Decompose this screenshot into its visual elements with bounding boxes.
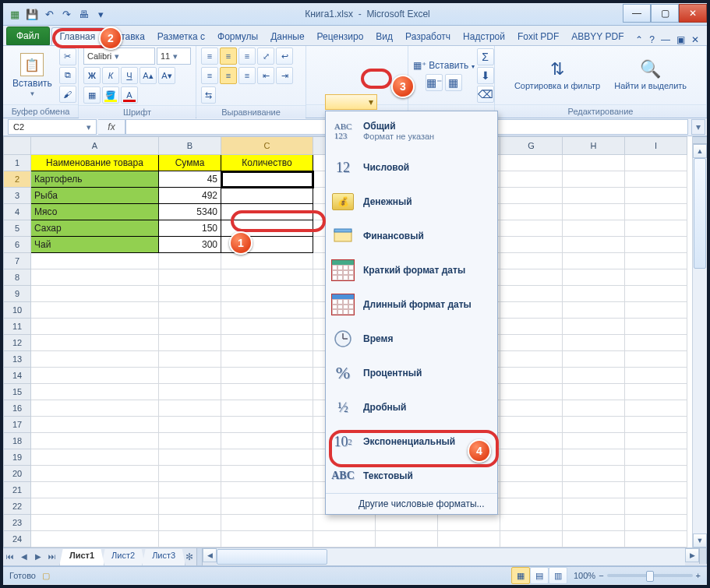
font-size-combo[interactable]: 11▾ bbox=[157, 48, 191, 65]
cell[interactable] bbox=[159, 368, 221, 384]
row-header[interactable]: 14 bbox=[4, 368, 31, 384]
cell[interactable] bbox=[159, 449, 221, 466]
row-header[interactable]: 15 bbox=[4, 384, 31, 400]
cell[interactable] bbox=[625, 417, 687, 433]
row-header[interactable]: 12 bbox=[4, 335, 31, 351]
column-header[interactable]: I bbox=[625, 137, 687, 155]
cell[interactable] bbox=[159, 433, 221, 449]
cell[interactable] bbox=[563, 417, 625, 433]
cell[interactable] bbox=[500, 269, 563, 286]
decrease-indent-icon[interactable]: ⇤ bbox=[257, 67, 274, 84]
cell[interactable]: Чай bbox=[31, 237, 159, 253]
scroll-left-icon[interactable]: ◀ bbox=[203, 548, 217, 562]
row-header[interactable]: 13 bbox=[4, 351, 31, 368]
print-icon[interactable]: 🖶 bbox=[76, 7, 90, 21]
cell[interactable] bbox=[159, 319, 221, 335]
format-general[interactable]: ABC123 Общий Формат не указан bbox=[326, 111, 497, 150]
cell[interactable] bbox=[221, 400, 313, 417]
cell[interactable] bbox=[313, 531, 376, 548]
column-header[interactable]: A bbox=[31, 137, 159, 155]
cell[interactable] bbox=[376, 531, 438, 548]
find-select-button[interactable]: 🔍 Найти и выделить bbox=[609, 58, 691, 92]
bold-button[interactable]: Ж bbox=[83, 67, 101, 84]
row-header[interactable]: 3 bbox=[4, 188, 31, 204]
decrease-font-icon[interactable]: A▾ bbox=[158, 67, 175, 84]
wrap-text-icon[interactable]: ↩ bbox=[276, 48, 293, 65]
cell[interactable] bbox=[221, 368, 313, 384]
file-tab[interactable]: Файл bbox=[6, 26, 50, 45]
cell[interactable] bbox=[159, 498, 221, 515]
minimize-button[interactable]: — bbox=[623, 4, 651, 23]
cell[interactable]: Картофель bbox=[31, 171, 159, 188]
cell[interactable] bbox=[221, 482, 313, 498]
cell[interactable] bbox=[438, 515, 500, 531]
row-header[interactable]: 23 bbox=[4, 515, 31, 531]
horizontal-scrollbar[interactable]: ◀ ▶ bbox=[203, 548, 707, 565]
align-center-icon[interactable]: ≡ bbox=[220, 67, 237, 84]
row-header[interactable]: 5 bbox=[4, 220, 31, 237]
align-middle-icon[interactable]: ≡ bbox=[220, 48, 237, 65]
row-header[interactable]: 6 bbox=[4, 237, 31, 253]
format-short-date[interactable]: Краткий формат даты bbox=[326, 253, 497, 287]
cell[interactable] bbox=[31, 253, 159, 269]
cell[interactable]: 150 bbox=[159, 220, 221, 237]
cell[interactable] bbox=[313, 515, 376, 531]
hscroll-thumb[interactable] bbox=[217, 549, 327, 565]
row-header[interactable]: 18 bbox=[4, 433, 31, 449]
cell[interactable]: Количество bbox=[221, 155, 313, 171]
cell[interactable] bbox=[159, 384, 221, 400]
cell[interactable] bbox=[31, 269, 159, 286]
save-icon[interactable]: 💾 bbox=[25, 7, 39, 21]
cell[interactable] bbox=[500, 286, 563, 302]
cell[interactable] bbox=[563, 220, 625, 237]
cell[interactable] bbox=[563, 433, 625, 449]
cell[interactable] bbox=[31, 433, 159, 449]
cell[interactable]: 5340 bbox=[159, 204, 221, 220]
cell[interactable] bbox=[221, 286, 313, 302]
format-currency[interactable]: 💰 Денежный bbox=[326, 185, 497, 219]
macro-record-icon[interactable]: ▢ bbox=[42, 571, 50, 581]
cell[interactable] bbox=[31, 302, 159, 319]
cell[interactable] bbox=[159, 466, 221, 482]
tab-formulas[interactable]: Формулы bbox=[211, 28, 264, 45]
delete-cells-icon[interactable]: ▦⁻ bbox=[426, 74, 443, 91]
cell[interactable] bbox=[625, 188, 687, 204]
cell[interactable] bbox=[625, 204, 687, 220]
cell[interactable]: Рыба bbox=[31, 188, 159, 204]
tab-addins[interactable]: Надстрой bbox=[457, 28, 511, 45]
cell[interactable] bbox=[563, 384, 625, 400]
cell[interactable] bbox=[221, 335, 313, 351]
italic-button[interactable]: К bbox=[102, 67, 119, 84]
cell[interactable] bbox=[159, 286, 221, 302]
cell[interactable] bbox=[500, 220, 563, 237]
format-painter-icon[interactable]: 🖌 bbox=[59, 86, 76, 103]
cell[interactable] bbox=[500, 368, 563, 384]
cell[interactable] bbox=[159, 400, 221, 417]
fx-label[interactable]: fx bbox=[98, 119, 125, 135]
format-more[interactable]: Другие числовые форматы... bbox=[326, 493, 497, 514]
row-header[interactable]: 1 bbox=[4, 155, 31, 171]
tab-foxit[interactable]: Foxit PDF bbox=[511, 28, 565, 45]
cell[interactable]: Наименование товара bbox=[31, 155, 159, 171]
row-header[interactable]: 9 bbox=[4, 286, 31, 302]
number-format-combo[interactable]: ▾ bbox=[325, 94, 377, 110]
split-handle-right[interactable] bbox=[699, 548, 707, 564]
cell[interactable] bbox=[500, 449, 563, 466]
cell[interactable] bbox=[563, 171, 625, 188]
row-header[interactable]: 11 bbox=[4, 319, 31, 335]
cell[interactable] bbox=[500, 417, 563, 433]
fill-color-button[interactable]: 🪣 bbox=[102, 86, 119, 104]
cell[interactable] bbox=[31, 286, 159, 302]
cell[interactable] bbox=[221, 449, 313, 466]
format-fraction[interactable]: ½ Дробный bbox=[326, 390, 497, 424]
column-header[interactable]: G bbox=[500, 137, 563, 155]
cell[interactable] bbox=[159, 253, 221, 269]
page-layout-view-icon[interactable]: ▤ bbox=[530, 567, 549, 584]
cell[interactable] bbox=[563, 155, 625, 171]
font-name-combo[interactable]: Calibri▾ bbox=[83, 48, 155, 65]
cell[interactable] bbox=[221, 417, 313, 433]
increase-font-icon[interactable]: A▴ bbox=[140, 67, 157, 84]
cell[interactable] bbox=[221, 433, 313, 449]
expand-formula-bar-icon[interactable]: ▾ bbox=[691, 119, 705, 135]
column-header[interactable]: B bbox=[159, 137, 221, 155]
